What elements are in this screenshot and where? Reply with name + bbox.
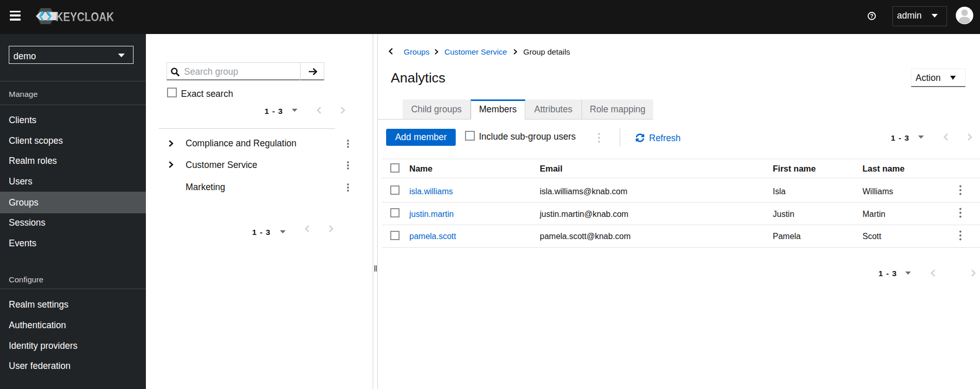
svg-text:?: ? xyxy=(870,12,873,19)
